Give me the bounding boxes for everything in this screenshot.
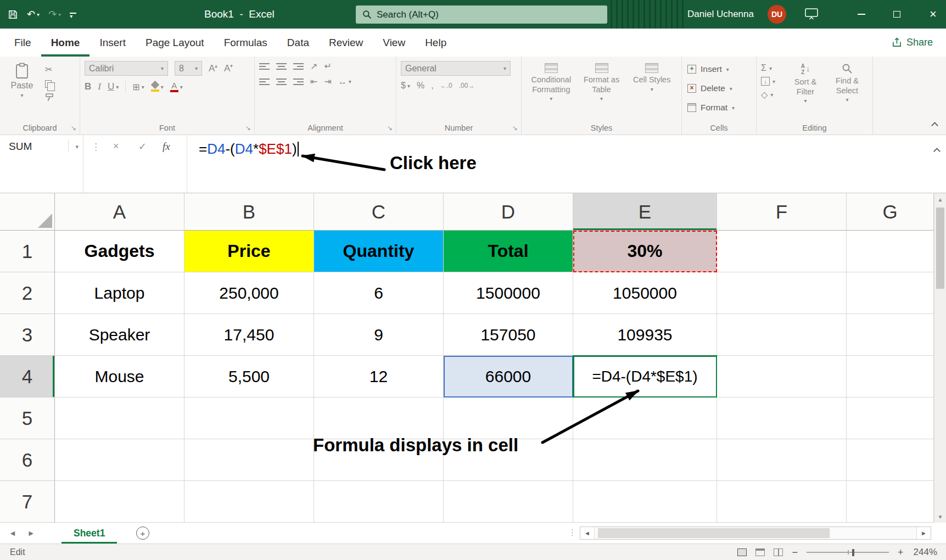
- enter-button[interactable]: ✓: [138, 141, 147, 153]
- cell-G2[interactable]: [847, 272, 934, 314]
- align-right-button[interactable]: [293, 79, 304, 85]
- font-size-select[interactable]: 8 ▾: [175, 61, 202, 76]
- sort-filter-button[interactable]: AZ ↓ Sort & Filter ▾: [785, 61, 826, 120]
- redo-button[interactable]: ↷▾: [48, 8, 61, 20]
- cell-C5[interactable]: [314, 397, 444, 439]
- find-select-button[interactable]: Find & Select ▾: [826, 61, 868, 120]
- cell-E3[interactable]: 109935: [573, 314, 717, 356]
- cell-A2[interactable]: Laptop: [55, 272, 184, 314]
- tab-formulas[interactable]: Formulas: [214, 29, 277, 57]
- conditional-formatting-button[interactable]: Conditional Formatting ▾: [526, 61, 576, 120]
- align-left-button[interactable]: [259, 79, 270, 85]
- col-header-G[interactable]: G: [847, 193, 934, 231]
- col-header-F[interactable]: F: [717, 193, 847, 231]
- number-dialog-launcher[interactable]: ↘: [512, 124, 518, 132]
- scroll-left-button[interactable]: ◄: [580, 527, 595, 539]
- increase-indent-button[interactable]: ⇥: [324, 76, 331, 87]
- horizontal-scroll-thumb[interactable]: [598, 528, 830, 538]
- share-button[interactable]: Share: [892, 29, 933, 57]
- tab-home[interactable]: Home: [41, 29, 90, 57]
- format-cells-button[interactable]: Format ▾: [686, 100, 752, 115]
- cell-D4[interactable]: 66000: [444, 356, 573, 397]
- cell-A7[interactable]: [55, 481, 184, 523]
- user-name[interactable]: Daniel Uchenna: [687, 0, 754, 29]
- row-header-1[interactable]: 1: [0, 231, 55, 272]
- decrease-decimal-button[interactable]: .00→: [459, 82, 475, 89]
- cell-F6[interactable]: [717, 439, 847, 481]
- font-color-button[interactable]: A ▾: [170, 81, 183, 92]
- row-header-3[interactable]: 3: [0, 314, 55, 356]
- tab-page-layout[interactable]: Page Layout: [136, 29, 214, 57]
- minimize-button[interactable]: [848, 0, 874, 29]
- cell-B4[interactable]: 5,500: [184, 356, 314, 397]
- ribbon-display-options-button[interactable]: [805, 8, 818, 22]
- cell-F5[interactable]: [717, 397, 847, 439]
- accounting-format-button[interactable]: $▾: [401, 81, 410, 91]
- page-layout-view-button[interactable]: [755, 548, 765, 556]
- cell-A3[interactable]: Speaker: [55, 314, 184, 356]
- col-header-C[interactable]: C: [314, 193, 444, 231]
- clear-button[interactable]: ◇ ▾: [761, 89, 785, 100]
- formula-input[interactable]: =D4-(D4*$E$1): [199, 141, 299, 158]
- fill-color-button[interactable]: ▾: [151, 82, 164, 92]
- cell-B1[interactable]: Price: [184, 231, 314, 272]
- search-box[interactable]: Search (Alt+Q): [356, 5, 607, 24]
- cell-C4[interactable]: 12: [314, 356, 444, 397]
- row-header-2[interactable]: 2: [0, 272, 55, 314]
- increase-decimal-button[interactable]: ←.0: [440, 82, 452, 89]
- format-as-table-button[interactable]: Format as Table ▾: [576, 61, 627, 120]
- cell-F3[interactable]: [717, 314, 847, 356]
- autosum-button[interactable]: Σ ▾: [761, 63, 785, 73]
- scroll-right-button[interactable]: ►: [916, 527, 931, 539]
- insert-function-button[interactable]: fx: [163, 141, 170, 153]
- col-header-E[interactable]: E: [573, 193, 717, 231]
- cell-C3[interactable]: 9: [314, 314, 444, 356]
- cell-F4[interactable]: [717, 356, 847, 397]
- tab-help[interactable]: Help: [415, 29, 456, 57]
- cell-G7[interactable]: [847, 481, 934, 523]
- underline-button[interactable]: U▾: [108, 81, 119, 92]
- cell-G6[interactable]: [847, 439, 934, 481]
- format-painter-button[interactable]: [45, 93, 54, 102]
- italic-button[interactable]: I: [98, 81, 101, 92]
- zoom-level[interactable]: 244%: [914, 547, 937, 558]
- align-center-button[interactable]: [276, 79, 287, 85]
- col-header-A[interactable]: A: [55, 193, 184, 231]
- close-button[interactable]: ×: [920, 0, 946, 29]
- bold-button[interactable]: B: [85, 81, 91, 92]
- cell-G4[interactable]: [847, 356, 934, 397]
- clipboard-dialog-launcher[interactable]: ↘: [71, 124, 76, 132]
- add-sheet-button[interactable]: +: [136, 527, 149, 540]
- insert-cells-button[interactable]: Insert ▾: [686, 62, 752, 76]
- cell-E6[interactable]: [573, 439, 717, 481]
- cell-E1[interactable]: 30%: [573, 231, 717, 272]
- align-middle-button[interactable]: [276, 63, 287, 70]
- row-header-7[interactable]: 7: [0, 481, 55, 523]
- row-header-6[interactable]: 6: [0, 439, 55, 481]
- tab-insert[interactable]: Insert: [89, 29, 136, 57]
- next-sheet-button[interactable]: ►: [27, 529, 35, 537]
- cell-D5[interactable]: [444, 397, 573, 439]
- copy-button[interactable]: [45, 80, 54, 88]
- cell-A6[interactable]: [55, 439, 184, 481]
- wrap-text-button[interactable]: ↵: [324, 61, 331, 71]
- name-box[interactable]: SUM ▾: [0, 135, 83, 193]
- decrease-indent-button[interactable]: ⇤: [310, 76, 317, 87]
- collapse-formula-bar-button[interactable]: [934, 146, 939, 156]
- cell-A5[interactable]: [55, 397, 184, 439]
- tab-splitter-handle[interactable]: ⋮: [568, 528, 576, 537]
- borders-button[interactable]: ⊞▾: [132, 82, 144, 92]
- cell-E5[interactable]: [573, 397, 717, 439]
- scroll-down-button[interactable]: ▼: [934, 511, 946, 523]
- avatar[interactable]: DU: [768, 5, 786, 24]
- cell-D7[interactable]: [444, 481, 573, 523]
- shrink-font-button[interactable]: A▾: [224, 63, 233, 74]
- cell-B5[interactable]: [184, 397, 314, 439]
- cell-G1[interactable]: [847, 231, 934, 272]
- col-header-B[interactable]: B: [184, 193, 314, 231]
- cell-F7[interactable]: [717, 481, 847, 523]
- cell-B3[interactable]: 17,450: [184, 314, 314, 356]
- cell-F2[interactable]: [717, 272, 847, 314]
- align-top-button[interactable]: [259, 63, 270, 70]
- row-header-5[interactable]: 5: [0, 397, 55, 439]
